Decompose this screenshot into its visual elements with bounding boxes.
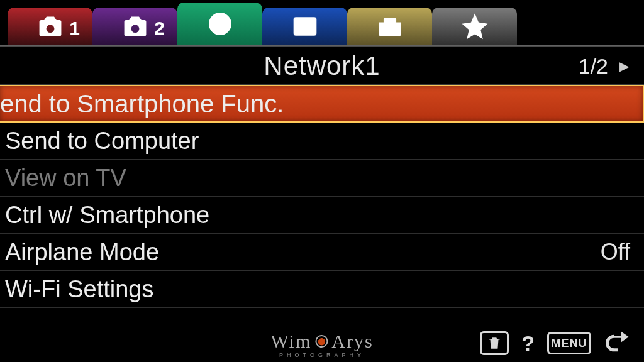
footer-bar: ? MENU [480, 331, 633, 356]
trash-icon [486, 335, 502, 351]
camera-2-tab[interactable]: 2 [92, 8, 177, 45]
watermark-text-left: Wim [270, 331, 311, 352]
menu-button[interactable]: MENU [547, 332, 591, 354]
menu-item-value: Off [601, 239, 630, 265]
watermark-logo-icon [315, 335, 328, 348]
page-title: Network1 [264, 51, 380, 81]
menu-list: end to Smartphone Func. Send to Computer… [0, 85, 644, 308]
camera-1-tab[interactable]: 1 [8, 8, 92, 45]
menu-item-label: View on TV [5, 165, 126, 192]
playback-tab[interactable] [262, 8, 347, 45]
watermark-subtext: PHOTOGRAPHY [279, 352, 365, 358]
back-arrow-icon [604, 331, 633, 356]
tab-badge: 1 [69, 18, 80, 39]
page-header: Network1 1/2 ▶ [0, 47, 644, 85]
menu-item-label: Wi-Fi Settings [5, 276, 153, 303]
setup-tab[interactable] [347, 8, 432, 45]
network-tab[interactable] [177, 3, 262, 45]
menu-item-send-computer[interactable]: Send to Computer [0, 123, 644, 160]
watermark-text-right: Arys [331, 331, 373, 352]
menu-item-ctrl-smartphone[interactable]: Ctrl w/ Smartphone [0, 197, 644, 234]
menu-item-label: end to Smartphone Func. [0, 90, 284, 118]
delete-button[interactable] [480, 331, 509, 355]
page-indicator[interactable]: 1/2 ▶ [579, 53, 629, 78]
help-icon: ? [521, 331, 535, 356]
camera-icon [119, 13, 151, 40]
star-icon [459, 13, 491, 40]
toolbox-icon [374, 13, 406, 40]
menu-item-wifi-settings[interactable]: Wi-Fi Settings [0, 271, 644, 308]
watermark: Wim Arys PHOTOGRAPHY [270, 331, 373, 358]
play-icon [289, 13, 321, 40]
menu-item-airplane-mode[interactable]: Airplane Mode Off [0, 234, 644, 271]
my-menu-tab[interactable] [432, 8, 517, 45]
menu-item-send-smartphone[interactable]: end to Smartphone Func. [0, 85, 644, 123]
globe-icon [204, 10, 236, 38]
help-button[interactable]: ? [521, 331, 535, 356]
next-page-arrow-icon[interactable]: ▶ [619, 58, 629, 74]
menu-item-view-tv: View on TV [0, 160, 644, 197]
page-number: 1/2 [579, 53, 608, 78]
camera-icon [35, 13, 66, 40]
menu-item-label: Ctrl w/ Smartphone [5, 202, 209, 229]
menu-item-label: Airplane Mode [5, 239, 159, 266]
menu-item-label: Send to Computer [5, 128, 199, 155]
back-button[interactable] [604, 331, 633, 356]
tab-badge: 2 [154, 18, 165, 39]
tab-bar: 1 2 [0, 0, 644, 45]
menu-chip-label: MENU [547, 332, 591, 354]
